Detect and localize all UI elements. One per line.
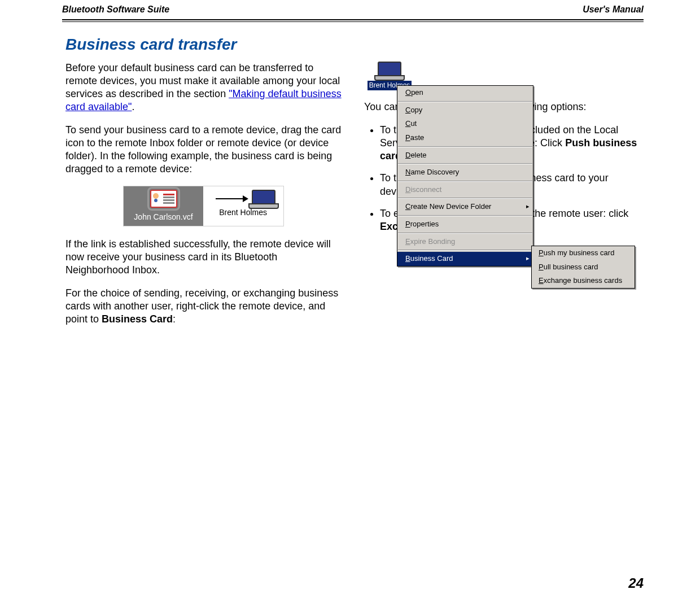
menu-item-copy[interactable]: Copy — [397, 103, 533, 117]
page-number: 24 — [628, 575, 644, 591]
menu-separator — [398, 233, 532, 234]
header-right: User's Manual — [583, 5, 644, 15]
drag-icon-row — [150, 190, 177, 212]
text: : — [173, 313, 176, 325]
menu-separator — [398, 198, 532, 199]
paragraph-howto: To send your business card to a remote d… — [65, 124, 342, 176]
menu-separator — [398, 181, 532, 182]
drag-target: Brent Holmes — [203, 186, 283, 226]
submenu-item-pull-business-card[interactable]: Pull business card — [532, 260, 635, 274]
header-left: Bluetooth Software Suite — [62, 5, 169, 15]
menu-item-business-card[interactable]: Business Card — [397, 252, 533, 266]
paragraph-choice: For the choice of sending, receiving, or… — [65, 287, 342, 326]
header-rule-thin — [62, 21, 644, 22]
section-title: Business card transfer — [65, 36, 644, 54]
bold-business-card: Business Card — [102, 313, 173, 325]
text: . — [132, 101, 134, 112]
laptop-wrap — [252, 190, 275, 208]
left-column: Before your default business card can be… — [65, 62, 342, 336]
menu-item-properties[interactable]: Properties — [397, 217, 533, 232]
menu-item-delete[interactable]: Delete — [397, 149, 533, 163]
menu-item-create-new-device-folder[interactable]: Create New Device Folder — [397, 200, 533, 214]
menu-item-paste[interactable]: Paste — [397, 131, 533, 145]
remote-device-name: Brent Holmes — [219, 208, 267, 218]
drag-source: John Carlson.vcf — [124, 186, 203, 226]
menu-item-expire-bonding: Expire Bonding — [397, 235, 533, 249]
context-menu-figure: Brent Holmes OpenCopyCutPasteDeleteName … — [364, 62, 634, 90]
menu-separator — [398, 101, 532, 102]
menu-item-name-discovery[interactable]: Name Discovery — [397, 165, 533, 180]
menu-item-disconnect: Disconnect — [397, 183, 533, 197]
submenu-item-exchange-business-cards[interactable]: Exchange business cards — [532, 274, 635, 288]
two-columns: Before your default business card can be… — [62, 62, 644, 336]
paragraph-result: If the link is established successfully,… — [65, 238, 342, 277]
menu-item-cut[interactable]: Cut — [397, 117, 533, 131]
drag-target-row — [211, 190, 275, 208]
vcard-icon — [150, 190, 177, 208]
submenu-item-push-my-business-card[interactable]: Push my business card — [532, 246, 635, 260]
arrow-right-icon — [216, 198, 247, 199]
menu-separator — [398, 163, 532, 164]
page-header: Bluetooth Software Suite User's Manual — [62, 5, 644, 18]
vcard-filename: John Carlson.vcf — [134, 212, 193, 222]
context-menu[interactable]: OpenCopyCutPasteDeleteName DiscoveryDisc… — [397, 85, 533, 267]
header-rule-thick — [62, 19, 644, 20]
right-column: Brent Holmes OpenCopyCutPasteDeleteName … — [364, 62, 640, 336]
manual-page: Bluetooth Software Suite User's Manual B… — [0, 0, 700, 607]
business-card-submenu[interactable]: Push my business cardPull business cardE… — [531, 246, 635, 289]
paragraph-intro: Before your default business card can be… — [65, 62, 342, 113]
drag-box: John Carlson.vcf Brent Holmes — [123, 186, 283, 226]
menu-separator — [398, 250, 532, 251]
menu-item-open[interactable]: Open — [397, 86, 533, 100]
laptop-icon — [378, 62, 401, 77]
menu-separator — [398, 215, 532, 216]
laptop-icon — [252, 190, 275, 206]
menu-separator — [398, 146, 532, 147]
drag-illustration: John Carlson.vcf Brent Holmes — [65, 186, 342, 226]
